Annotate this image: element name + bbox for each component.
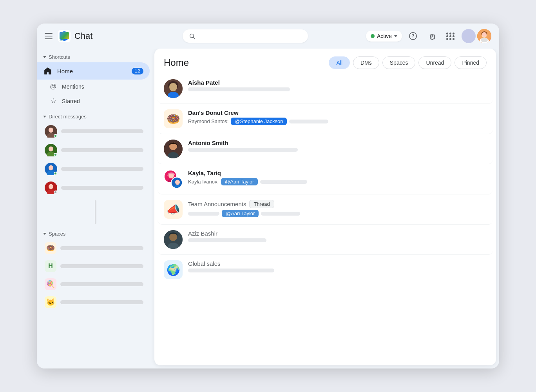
dm-item-4[interactable] bbox=[37, 178, 150, 197]
svg-point-36 bbox=[169, 233, 177, 241]
chat-item-kayla-tariq[interactable]: Kayla, Tariq Kayla Ivanov: @Aari Taylor bbox=[158, 164, 493, 194]
aziz-name: Aziz Bashir bbox=[188, 230, 487, 237]
space-icon-1: 🍩 bbox=[45, 242, 56, 254]
announcements-avatar: 📣 bbox=[164, 200, 183, 219]
app-title: Chat bbox=[74, 31, 92, 41]
announcements-name: Team Announcements Thread bbox=[188, 200, 487, 208]
filter-tab-all[interactable]: All bbox=[329, 56, 350, 69]
shortcuts-section-header[interactable]: Shortcuts bbox=[37, 52, 154, 62]
dm-avatar-1 bbox=[45, 125, 57, 138]
donut-sender: Raymond Santos: bbox=[188, 118, 228, 124]
dm-name-bar-2 bbox=[61, 148, 143, 152]
announcements-info: Team Announcements Thread @Aari Taylor bbox=[188, 200, 487, 217]
aziz-info: Aziz Bashir bbox=[188, 230, 487, 242]
sidebar-scrollbar bbox=[37, 199, 154, 225]
space-item-1[interactable]: 🍩 bbox=[37, 239, 150, 257]
svg-point-20 bbox=[49, 184, 53, 189]
spaces-chevron-icon bbox=[43, 233, 46, 235]
mentions-label: Mentions bbox=[62, 83, 84, 90]
dm-avatar-2 bbox=[45, 144, 57, 156]
space-icon-2: H bbox=[45, 260, 56, 272]
dm-name-bar-1 bbox=[61, 129, 143, 133]
space-item-4[interactable]: 🐱 bbox=[37, 293, 150, 311]
dm-section-header[interactable]: Direct messages bbox=[37, 111, 154, 122]
kayla-tariq-name: Kayla, Tariq bbox=[188, 170, 487, 176]
preview-bar bbox=[261, 212, 300, 216]
search-icon bbox=[189, 33, 195, 40]
chat-list: Aisha Patel 🍩 Dan's Donut Crew bbox=[154, 74, 496, 365]
aisha-name: Aisha Patel bbox=[188, 79, 487, 86]
apps-button[interactable] bbox=[443, 28, 458, 44]
antonio-avatar bbox=[164, 140, 183, 158]
filter-tab-pinned[interactable]: Pinned bbox=[455, 56, 487, 69]
dm-status-dot-3 bbox=[54, 172, 57, 175]
chat-item-global-sales[interactable]: 🌍 Global sales bbox=[158, 255, 493, 285]
dm-chevron-icon bbox=[43, 116, 46, 118]
space-name-bar-3 bbox=[60, 282, 143, 286]
space-icon-4: 🐱 bbox=[45, 296, 56, 308]
kayla-tariq-info: Kayla, Tariq Kayla Ivanov: @Aari Taylor bbox=[188, 170, 487, 185]
aisha-preview bbox=[188, 87, 487, 91]
dm-name-bar-4 bbox=[61, 186, 143, 190]
space-item-2[interactable]: H bbox=[37, 257, 150, 275]
kayla-tariq-preview: Kayla Ivanov: @Aari Taylor bbox=[188, 178, 487, 185]
shortcuts-chevron-icon bbox=[43, 56, 46, 58]
help-button[interactable] bbox=[405, 28, 421, 44]
svg-point-14 bbox=[49, 147, 53, 152]
kayla-tariq-avatar bbox=[164, 170, 183, 189]
dm-item-2[interactable] bbox=[37, 141, 150, 160]
home-icon bbox=[43, 66, 53, 76]
svg-point-17 bbox=[49, 165, 53, 171]
spaces-section-header[interactable]: Spaces bbox=[37, 229, 154, 239]
sidebar-item-home[interactable]: Home 12 bbox=[37, 62, 150, 80]
user-avatar-group[interactable] bbox=[462, 29, 491, 43]
main-content: Home All DMs Spaces Unread Pinned bbox=[154, 49, 496, 365]
space-icon-3: 🍭 bbox=[45, 278, 56, 290]
aisha-avatar bbox=[164, 79, 183, 98]
account-avatar-placeholder bbox=[462, 29, 476, 43]
dm-avatar-3 bbox=[45, 163, 57, 175]
chat-item-antonio[interactable]: Antonio Smith bbox=[158, 134, 493, 164]
svg-point-11 bbox=[49, 128, 53, 133]
filter-tab-spaces[interactable]: Spaces bbox=[382, 56, 416, 69]
menu-button[interactable] bbox=[45, 31, 54, 41]
donut-name: Dan's Donut Crew bbox=[188, 109, 487, 116]
search-input[interactable] bbox=[198, 33, 302, 39]
chevron-down-icon bbox=[394, 35, 397, 37]
chat-item-announcements[interactable]: 📣 Team Announcements Thread @Aari Taylor bbox=[158, 194, 493, 225]
svg-point-8 bbox=[482, 32, 487, 37]
announcements-preview: @Aari Taylor bbox=[188, 210, 487, 217]
sidebar-item-starred[interactable]: ☆ Starred bbox=[37, 94, 150, 108]
star-icon: ☆ bbox=[49, 97, 57, 105]
dm-item-1[interactable] bbox=[37, 122, 150, 141]
donut-avatar: 🍩 bbox=[164, 109, 183, 128]
header: Chat Active bbox=[37, 24, 499, 49]
chat-item-aisha[interactable]: Aisha Patel bbox=[158, 74, 493, 104]
kayla-sender: Kayla Ivanov: bbox=[188, 179, 219, 185]
chat-item-aziz[interactable]: Aziz Bashir bbox=[158, 225, 493, 255]
dm-avatar-4 bbox=[45, 181, 57, 194]
space-item-3[interactable]: 🍭 bbox=[37, 275, 150, 293]
settings-button[interactable] bbox=[424, 28, 440, 44]
dm-status-dot-1 bbox=[54, 134, 57, 138]
dm-name-bar-3 bbox=[61, 167, 143, 171]
search-bar[interactable] bbox=[183, 29, 308, 43]
svg-point-9 bbox=[481, 38, 488, 42]
space-name-bar-1 bbox=[60, 246, 143, 250]
grid-icon bbox=[446, 33, 455, 40]
header-left: Chat bbox=[45, 30, 178, 42]
announcements-mention: @Aari Taylor bbox=[222, 210, 259, 217]
filter-tab-unread[interactable]: Unread bbox=[418, 56, 451, 69]
dm-item-3[interactable] bbox=[37, 160, 150, 178]
chat-item-donut[interactable]: 🍩 Dan's Donut Crew Raymond Santos: @Step… bbox=[158, 104, 493, 134]
status-dropdown[interactable]: Active bbox=[366, 31, 402, 42]
kayla-mention: @Aari Taylor bbox=[221, 178, 258, 185]
dm-status-dot-2 bbox=[54, 153, 57, 156]
app-window: Chat Active bbox=[37, 24, 499, 368]
filter-tabs: All DMs Spaces Unread Pinned bbox=[329, 56, 487, 69]
search-area bbox=[183, 29, 361, 43]
sidebar-item-mentions[interactable]: @ Mentions bbox=[37, 80, 150, 94]
home-badge: 12 bbox=[132, 68, 143, 74]
preview-bar bbox=[188, 148, 298, 152]
filter-tab-dms[interactable]: DMs bbox=[353, 56, 379, 69]
